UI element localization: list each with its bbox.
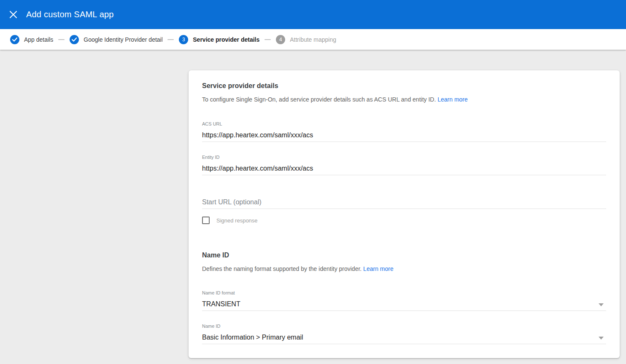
- entity-id-label: Entity ID: [202, 155, 606, 160]
- step-2-check-circle: [70, 35, 79, 44]
- step-1-label: App details: [24, 36, 53, 43]
- learn-more-link[interactable]: Learn more: [363, 265, 394, 272]
- section-description: To configure Single Sign-On, add service…: [202, 96, 606, 103]
- step-4-number-circle: 4: [276, 35, 285, 44]
- name-id-description: Defines the naming format supported by t…: [202, 265, 606, 273]
- dropdown-arrow-icon: [599, 337, 604, 340]
- signed-response-checkbox[interactable]: [202, 217, 210, 224]
- step-1-check-circle: [10, 35, 19, 44]
- name-id-format-select[interactable]: Name ID format TRANSIENT: [202, 290, 606, 311]
- section-title-service-provider: Service provider details: [202, 82, 606, 90]
- signed-response-row: Signed response: [202, 216, 606, 225]
- entity-id-field: Entity ID: [202, 155, 606, 175]
- entity-id-input[interactable]: [202, 164, 606, 175]
- stepper: App details Google Identity Provider det…: [0, 29, 626, 50]
- name-id-select[interactable]: Name ID Basic Information > Primary emai…: [202, 324, 606, 344]
- step-3-number-circle: 3: [179, 35, 188, 44]
- step-app-details[interactable]: App details: [10, 35, 53, 44]
- dialog-title: Add custom SAML app: [26, 10, 114, 19]
- step-2-label: Google Identity Provider details: [84, 36, 162, 43]
- step-3-label: Service provider details: [193, 36, 259, 43]
- close-button[interactable]: [8, 10, 18, 20]
- name-id-value: Basic Information > Primary email: [202, 333, 606, 344]
- step-4-label: Attribute mapping: [290, 36, 336, 43]
- name-id-format-label: Name ID format: [202, 290, 606, 296]
- check-icon: [72, 37, 77, 42]
- name-id-label: Name ID: [202, 324, 606, 329]
- dropdown-arrow-icon: [599, 303, 604, 306]
- learn-more-link[interactable]: Learn more: [437, 96, 468, 103]
- section-title-name-id: Name ID: [202, 251, 606, 260]
- step-separator: [167, 39, 174, 40]
- start-url-input[interactable]: [202, 198, 606, 209]
- start-url-field: [202, 198, 606, 209]
- service-provider-card: Service provider details To configure Si…: [189, 70, 620, 358]
- step-service-provider-details[interactable]: 3 Service provider details: [179, 35, 259, 44]
- main-content-area: Service provider details To configure Si…: [0, 50, 626, 364]
- acs-url-label: ACS URL: [202, 121, 606, 127]
- step-attribute-mapping[interactable]: 4 Attribute mapping: [276, 35, 336, 44]
- step-google-idp-details[interactable]: Google Identity Provider details: [70, 35, 162, 44]
- appbar: Add custom SAML app: [0, 0, 626, 29]
- acs-url-field: ACS URL: [202, 121, 606, 142]
- step-4-number: 4: [279, 37, 282, 43]
- section-description-text: To configure Single Sign-On, add service…: [202, 96, 436, 103]
- acs-url-input[interactable]: [202, 131, 606, 142]
- close-icon: [9, 11, 17, 19]
- signed-response-label: Signed response: [216, 217, 258, 224]
- name-id-description-text: Defines the naming format supported by t…: [202, 265, 362, 272]
- step-separator: [58, 39, 65, 40]
- step-separator: [264, 39, 271, 40]
- step-3-number: 3: [182, 37, 185, 43]
- name-id-format-value: TRANSIENT: [202, 300, 606, 311]
- check-icon: [12, 37, 17, 42]
